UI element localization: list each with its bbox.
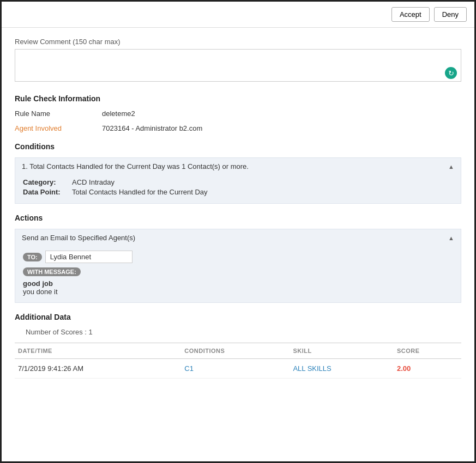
rule-name-row: Rule Name deleteme2	[15, 109, 461, 118]
condition-header: 1. Total Contacts Handled for the Curren…	[15, 158, 461, 175]
to-value: Lydia Bennet	[45, 251, 132, 263]
actions-title: Actions	[15, 214, 461, 222]
table-row: 7/1/2019 9:41:26 AM C1 ALL SKILLS 2.00	[15, 359, 461, 379]
message-body: good job you done it	[23, 279, 453, 296]
review-comment-section: Review Comment (150 char max) ↻	[15, 38, 461, 83]
condition-details: Category: ACD Intraday Data Point: Total…	[15, 175, 461, 203]
data-table: DATE/TIME CONDITIONS SKILL SCORE 7/1/201…	[15, 343, 461, 379]
actions-section: Actions Send an Email to Specified Agent…	[15, 214, 461, 303]
col-conditions: CONDITIONS	[181, 343, 290, 359]
agent-value: 7023164 - Administrator b2.com	[102, 124, 202, 132]
action-header: Send an Email to Specified Agent(s) ▲	[15, 229, 461, 246]
condition-item: 1. Total Contacts Handled for the Curren…	[15, 157, 461, 204]
category-value: ACD Intraday	[72, 178, 115, 186]
main-content: Review Comment (150 char max) ↻ Rule Che…	[2, 28, 474, 398]
deny-button[interactable]: Deny	[434, 7, 467, 22]
additional-data-section: Additional Data Number of Scores : 1 DAT…	[15, 313, 461, 379]
message-line1: good job	[23, 279, 453, 288]
datapoint-value: Total Contacts Handled for the Current D…	[72, 188, 208, 196]
cell-conditions: C1	[181, 359, 290, 379]
category-label: Category:	[23, 178, 72, 186]
conditions-title: Conditions	[15, 142, 461, 151]
datapoint-row: Data Point: Total Contacts Handled for t…	[23, 188, 453, 196]
rule-check-section: Rule Check Information Rule Name deletem…	[15, 94, 461, 132]
review-comment-label: Review Comment (150 char max)	[15, 38, 461, 46]
action-header-text: Send an Email to Specified Agent(s)	[22, 234, 135, 242]
action-item: Send an Email to Specified Agent(s) ▲ TO…	[15, 229, 461, 303]
to-row: TO: Lydia Bennet	[23, 251, 453, 263]
rule-check-title: Rule Check Information	[15, 94, 461, 103]
col-datetime: DATE/TIME	[15, 343, 181, 359]
accept-button[interactable]: Accept	[391, 7, 430, 22]
conditions-section: Conditions 1. Total Contacts Handled for…	[15, 142, 461, 204]
table-header-row: DATE/TIME CONDITIONS SKILL SCORE	[15, 343, 461, 359]
to-tag: TO:	[23, 253, 42, 261]
rule-name-label: Rule Name	[15, 109, 102, 118]
collapse-icon[interactable]: ▲	[448, 163, 454, 170]
cell-score: 2.00	[394, 359, 461, 379]
datapoint-label: Data Point:	[23, 188, 72, 196]
score-count: Number of Scores : 1	[15, 328, 461, 336]
refresh-icon[interactable]: ↻	[445, 67, 457, 79]
additional-data-title: Additional Data	[15, 313, 461, 321]
rule-name-value: deleteme2	[102, 109, 135, 118]
message-tag-row: WITH MESSAGE:	[23, 267, 453, 276]
review-comment-input[interactable]	[15, 49, 461, 82]
skill-link[interactable]: ALL SKILLS	[293, 364, 331, 373]
message-line2: you done it	[23, 288, 453, 296]
agent-label: Agent Involved	[15, 124, 102, 132]
top-bar: Accept Deny	[2, 2, 474, 28]
category-row: Category: ACD Intraday	[23, 178, 453, 186]
col-skill: SKILL	[290, 343, 394, 359]
conditions-link[interactable]: C1	[184, 364, 194, 373]
condition-header-text: 1. Total Contacts Handled for the Curren…	[22, 162, 249, 170]
action-body: TO: Lydia Bennet WITH MESSAGE: good job …	[15, 246, 461, 302]
score-value: 2.00	[397, 364, 411, 373]
agent-row: Agent Involved 7023164 - Administrator b…	[15, 124, 461, 132]
message-tag: WITH MESSAGE:	[23, 267, 81, 276]
action-collapse-icon[interactable]: ▲	[448, 235, 454, 241]
cell-skill: ALL SKILLS	[290, 359, 394, 379]
col-score: SCORE	[394, 343, 461, 359]
cell-datetime: 7/1/2019 9:41:26 AM	[15, 359, 181, 379]
